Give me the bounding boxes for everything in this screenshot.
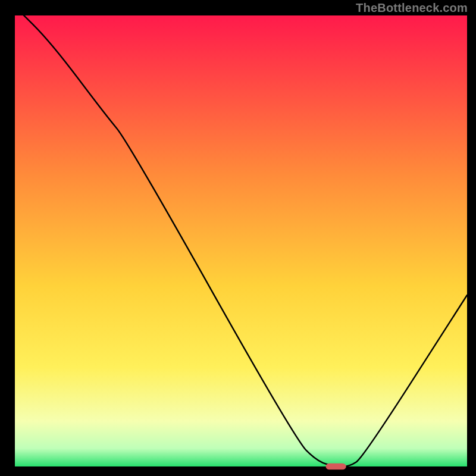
plot-area <box>15 15 467 466</box>
chart-frame: TheBottleneck.com <box>0 0 476 476</box>
bottleneck-chart <box>0 0 476 476</box>
optimal-marker <box>326 464 346 470</box>
watermark-text: TheBottleneck.com <box>356 1 468 15</box>
